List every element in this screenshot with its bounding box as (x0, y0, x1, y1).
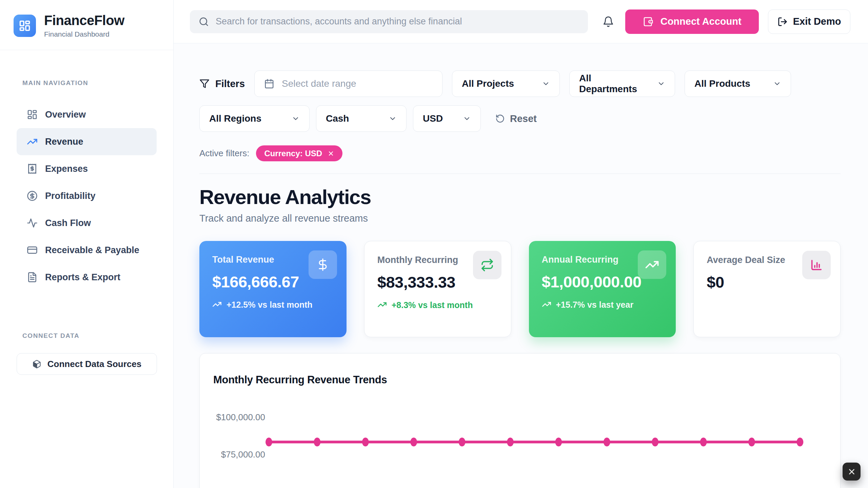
data-point (314, 438, 320, 446)
projects-filter-value: All Projects (462, 78, 514, 89)
products-filter-select[interactable]: All Products (685, 70, 791, 97)
sidebar-item-label: Overview (45, 109, 86, 120)
active-filters-row: Active filters: Currency: USD (199, 145, 841, 161)
credit-card-icon (27, 245, 38, 256)
circle-dollar-icon (27, 190, 38, 201)
search-icon (199, 17, 209, 27)
reset-filters-button[interactable]: Reset (495, 113, 537, 124)
departments-filter-value: All Departments (579, 73, 650, 95)
date-range-input[interactable]: Select date range (254, 70, 442, 97)
projects-filter-select[interactable]: All Projects (452, 70, 560, 97)
calendar-icon (264, 79, 274, 89)
sidebar-item-label: Revenue (45, 137, 83, 147)
data-point (459, 438, 466, 446)
filters-row-1: Filters Select date range All Projects A… (199, 70, 841, 97)
remove-filter-icon[interactable] (328, 150, 334, 157)
chevron-down-icon (650, 80, 665, 88)
data-point (604, 438, 610, 446)
stat-change-text: +15.7% vs last year (556, 299, 634, 310)
data-point (555, 438, 562, 446)
sidebar-item-reports-export[interactable]: Reports & Export (17, 264, 157, 291)
main-content: Filters Select date range All Projects A… (174, 43, 868, 488)
chevron-down-icon (456, 115, 471, 123)
dollar-icon (309, 250, 337, 279)
wallet-icon (643, 16, 654, 27)
currency-filter-value: USD (423, 113, 443, 124)
sidebar-item-profitability[interactable]: Profitability (17, 182, 157, 209)
connect-account-label: Connect Account (660, 16, 742, 27)
data-point (265, 438, 272, 446)
stat-card-average-deal-size: Average Deal Size $0 (693, 241, 841, 337)
repeat-icon (473, 251, 501, 279)
stat-change-text: +12.5% vs last month (226, 299, 313, 310)
connect-data-sources-label: Connect Data Sources (47, 359, 141, 369)
sidebar-item-cash-flow[interactable]: Cash Flow (17, 209, 157, 237)
basis-filter-select[interactable]: Cash (316, 105, 407, 132)
search-bar[interactable] (190, 10, 588, 33)
regions-filter-select[interactable]: All Regions (199, 105, 310, 132)
bar-chart-icon (802, 251, 831, 279)
reset-label: Reset (510, 113, 537, 124)
departments-filter-select[interactable]: All Departments (569, 70, 675, 97)
date-range-placeholder: Select date range (282, 78, 356, 89)
app-logo (14, 15, 36, 37)
section-divider (199, 174, 841, 174)
y-axis-tick: $100,000.00 (216, 412, 265, 422)
exit-demo-button[interactable]: Exit Demo (768, 9, 850, 34)
data-point (652, 438, 658, 446)
brand: FinanceFlow Financial Dashboard (0, 0, 173, 50)
sidebar-item-expenses[interactable]: Expenses (17, 155, 157, 182)
mrr-line-chart-svg: $100,000.00$75,000.00$50,000.00 (213, 394, 824, 488)
sidebar: FinanceFlow Financial Dashboard MAIN NAV… (0, 0, 174, 488)
data-point (700, 438, 707, 446)
stat-change-text: +8.3% vs last month (392, 300, 473, 311)
filters-label: Filters (215, 78, 245, 89)
sidebar-item-receivable-payable[interactable]: Receivable & Payable (17, 237, 157, 264)
stat-card-total-revenue: Total Revenue $166,666.67 +12.5% vs last… (199, 241, 347, 337)
data-point (796, 438, 803, 446)
trending-up-icon (212, 300, 222, 310)
stat-card-annual-recurring: Annual Recurring $1,000,000.00 +15.7% vs… (529, 241, 676, 337)
app-title: FinanceFlow (44, 13, 124, 28)
nav-section-heading: MAIN NAVIGATION (0, 79, 173, 87)
activity-icon (27, 218, 38, 228)
basis-filter-value: Cash (326, 113, 349, 124)
rotate-ccw-icon (495, 114, 505, 123)
chevron-down-icon (285, 115, 300, 123)
filters-heading: Filters (199, 78, 245, 89)
stat-change: +8.3% vs last month (377, 300, 498, 311)
log-out-icon (777, 17, 788, 27)
sidebar-item-revenue[interactable]: Revenue (17, 128, 157, 155)
connect-data-heading: CONNECT DATA (0, 332, 173, 340)
connect-data-sources-button[interactable]: Connect Data Sources (17, 353, 157, 375)
trending-up-icon (27, 136, 38, 147)
dashboard-icon (19, 20, 31, 32)
data-point (748, 438, 755, 446)
data-point (410, 438, 417, 446)
filters-row-2: All Regions Cash USD Reset (199, 105, 841, 132)
chevron-down-icon (766, 80, 781, 88)
search-input[interactable] (216, 16, 579, 27)
close-floating-button[interactable] (843, 463, 861, 481)
exit-demo-label: Exit Demo (793, 16, 841, 27)
receipt-icon (27, 163, 38, 174)
products-filter-value: All Products (694, 78, 750, 89)
y-axis-tick: $75,000.00 (221, 449, 265, 460)
notifications-button[interactable] (601, 14, 616, 29)
sidebar-item-overview[interactable]: Overview (17, 101, 157, 128)
trending-up-icon (542, 300, 551, 310)
trending-up-icon (377, 300, 387, 311)
connect-account-button[interactable]: Connect Account (625, 9, 759, 34)
funnel-icon (199, 79, 210, 89)
data-point (507, 438, 514, 446)
currency-filter-select[interactable]: USD (413, 105, 481, 132)
stat-cards: Total Revenue $166,666.67 +12.5% vs last… (199, 241, 841, 337)
stat-change: +15.7% vs last year (542, 299, 663, 310)
main-navigation: Overview Revenue Expenses Profitability … (0, 101, 173, 291)
line-chart: $100,000.00$75,000.00$50,000.00 (213, 394, 827, 488)
data-point (362, 438, 369, 446)
close-icon (847, 467, 856, 476)
bell-icon (603, 16, 614, 27)
chevron-down-icon (535, 80, 550, 88)
active-filter-chip[interactable]: Currency: USD (256, 145, 342, 161)
